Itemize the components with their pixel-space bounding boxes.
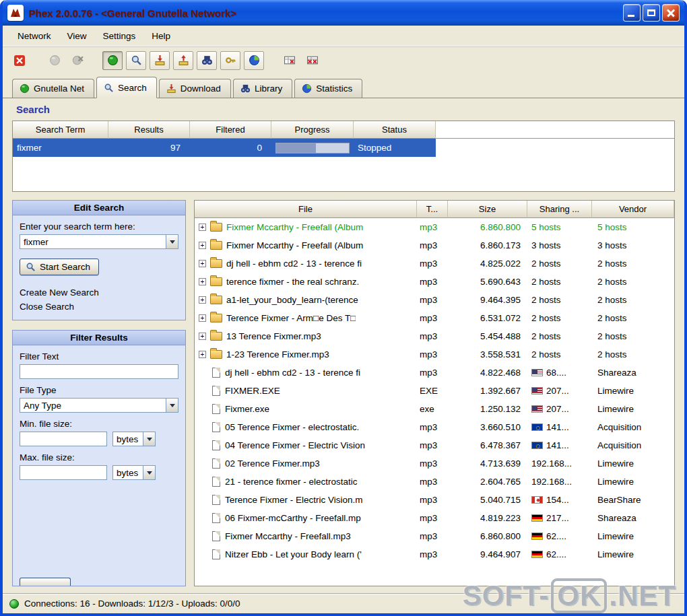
tab-library[interactable]: Library — [233, 79, 292, 98]
minimize-button[interactable] — [623, 4, 641, 22]
combo-dropdown-button[interactable] — [166, 399, 178, 412]
col-size[interactable]: Size — [448, 201, 527, 218]
library-button[interactable] — [197, 51, 217, 70]
search-button[interactable] — [126, 51, 146, 70]
file-name: a1-let_your_body_learn-(terence — [226, 295, 358, 305]
file-row[interactable]: +13 Terence Fixmer.mp3mp35.454.4882 host… — [195, 327, 674, 345]
combo-dropdown-button[interactable] — [143, 466, 155, 479]
tab-search[interactable]: Search — [96, 77, 157, 98]
file-row[interactable]: 02 Terence Fixmer.mp3mp34.713.639192.168… — [195, 454, 674, 473]
expand-icon[interactable]: + — [199, 333, 206, 340]
file-name: 05 Terence Fixmer - electrostatic. — [225, 422, 359, 432]
filter-table-2-icon — [306, 55, 319, 66]
sharing-text: 192.168... — [531, 458, 572, 469]
file-row[interactable]: +Fixmer Mccarthy - Freefall (Albummp36.8… — [195, 218, 674, 236]
file-type-combobox[interactable]: Any Type — [20, 398, 178, 413]
flag-us-icon — [531, 405, 543, 413]
combo-dropdown-button[interactable] — [143, 432, 155, 446]
file-row[interactable]: +terence fixmer - the real schranz.mp35.… — [195, 273, 674, 291]
close-button[interactable] — [662, 4, 680, 22]
maximize-button[interactable] — [643, 4, 660, 22]
search-table: Search Term Results Filtered Progress St… — [12, 121, 675, 192]
col-file[interactable]: File — [195, 201, 417, 218]
expand-icon[interactable]: + — [199, 242, 206, 249]
file-name-cell: +Fixmer Mccarthy - Freefall (Album — [195, 218, 417, 236]
col-type[interactable]: T... — [417, 201, 448, 218]
chevron-down-icon — [170, 240, 175, 244]
binoculars-icon — [201, 55, 213, 66]
file-row[interactable]: 21 - terence fixmer - electrostaticmp32.… — [195, 473, 674, 491]
upload-button[interactable] — [173, 51, 193, 70]
file-name: dj hell - ebhm cd2 - 13 - terence fi — [226, 259, 362, 269]
security-button[interactable] — [220, 51, 240, 70]
file-row[interactable]: Fixmer Mccarthy - Freefall.mp3mp36.860.8… — [195, 527, 674, 545]
tab-gnutella-net[interactable]: Gnutella Net — [12, 79, 94, 98]
expand-icon[interactable]: + — [199, 224, 206, 231]
combo-dropdown-button[interactable] — [166, 235, 178, 248]
file-icon — [212, 495, 220, 505]
file-sharing: 62.... — [527, 527, 592, 545]
file-vendor: Acquisition — [592, 436, 674, 454]
file-name: terence fixmer - the real schranz. — [226, 277, 359, 287]
expand-icon[interactable]: + — [199, 260, 206, 267]
col-progress[interactable]: Progress — [271, 121, 354, 139]
expand-icon[interactable]: + — [199, 351, 206, 358]
filter-text-input[interactable] — [20, 364, 178, 379]
file-name-cell: Terence Fixmer - Electric Vision.m — [195, 491, 417, 509]
file-row[interactable]: 06 Fixmer-mcCarthy - Freefall.mpmp34.819… — [195, 509, 674, 527]
file-row[interactable]: FIXMER.EXEEXE1.392.667207...Limewire — [195, 382, 674, 400]
menu-view[interactable]: View — [59, 28, 95, 44]
file-row[interactable]: 05 Terence Fixmer - electrostatic.mp33.6… — [195, 418, 674, 436]
file-sharing: 154... — [527, 491, 592, 509]
file-row[interactable]: +1-23 Terence Fixmer.mp3mp33.558.5312 ho… — [195, 345, 674, 364]
download-button[interactable] — [150, 51, 170, 70]
file-name-cell: 06 Fixmer-mcCarthy - Freefall.mp — [195, 509, 417, 527]
file-vendor: Limewire — [592, 545, 674, 563]
close-search-link[interactable]: Close Search — [20, 302, 178, 312]
min-size-input[interactable] — [20, 432, 107, 446]
menu-settings[interactable]: Settings — [95, 28, 144, 44]
col-search-term[interactable]: Search Term — [13, 121, 108, 139]
chevron-down-icon — [147, 438, 152, 441]
file-row[interactable]: +Terence Fixmer - Arm□e Des T□mp36.531.0… — [195, 309, 674, 327]
col-sharing[interactable]: Sharing ... — [527, 201, 592, 218]
expand-icon[interactable]: + — [199, 278, 206, 285]
file-row[interactable]: +a1-let_your_body_learn-(terencemp39.464… — [195, 291, 674, 309]
col-status[interactable]: Status — [354, 121, 436, 139]
download-icon — [166, 83, 176, 94]
file-row[interactable]: Nitzer Ebb - Let your Body learn ('mp39.… — [195, 545, 674, 563]
file-row[interactable]: +Fixmer Mccarthy - Freefall (Albummp36.8… — [195, 236, 674, 254]
clipped-filter-button[interactable] — [20, 578, 71, 586]
sharing-text: 192.168... — [531, 477, 572, 487]
expand-icon[interactable]: + — [199, 314, 206, 322]
filter-rules-button-2[interactable] — [302, 51, 323, 70]
file-row[interactable]: Fixmer.exeexe1.250.132207...Limewire — [195, 400, 674, 418]
file-row[interactable]: dj hell - ebhm cd2 - 13 - terence fimp34… — [195, 364, 674, 382]
connection-status-icon — [9, 599, 19, 609]
filter-rules-button[interactable] — [280, 51, 300, 70]
statistics-button[interactable] — [244, 51, 264, 70]
file-row[interactable]: Terence Fixmer - Electric Vision.mmp35.0… — [195, 491, 674, 509]
start-search-button[interactable]: Start Search — [20, 259, 99, 275]
tab-statistics[interactable]: Statistics — [294, 79, 362, 98]
max-size-unit-combobox[interactable]: bytes — [112, 465, 156, 480]
max-size-input[interactable] — [20, 465, 107, 480]
toolbar — [3, 46, 684, 74]
file-row[interactable]: +dj hell - ebhm cd2 - 13 - terence fimp3… — [195, 254, 674, 273]
gnutella-net-button[interactable] — [102, 51, 123, 70]
search-row[interactable]: fixmer 97 0 Stopped — [13, 139, 674, 157]
menu-help[interactable]: Help — [143, 28, 178, 44]
tab-download[interactable]: Download — [159, 79, 231, 98]
col-filtered[interactable]: Filtered — [190, 121, 271, 139]
min-size-unit-combobox[interactable]: bytes — [112, 432, 156, 446]
create-new-search-link[interactable]: Create New Search — [20, 287, 178, 298]
file-row[interactable]: 04 Terence Fixmer - Electric Visionmp36.… — [195, 436, 674, 454]
file-name-cell: 21 - terence fixmer - electrostatic — [195, 473, 417, 491]
col-results[interactable]: Results — [108, 121, 190, 139]
col-vendor[interactable]: Vendor — [592, 201, 674, 218]
exit-button[interactable] — [9, 51, 30, 70]
search-term-combobox[interactable]: fixmer — [20, 234, 178, 249]
expand-icon[interactable]: + — [199, 296, 206, 304]
folder-icon — [210, 241, 222, 250]
menu-network[interactable]: Network — [9, 28, 59, 44]
